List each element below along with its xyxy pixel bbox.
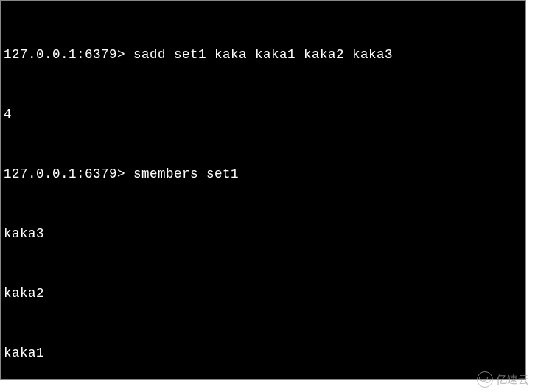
cloud-logo-icon — [477, 371, 493, 388]
terminal-window[interactable]: 127.0.0.1:6379> sadd set1 kaka kaka1 kak… — [0, 0, 526, 380]
terminal-line-output: kaka1 — [4, 343, 522, 363]
terminal-line-output: kaka2 — [4, 284, 522, 304]
watermark: 亿速云 — [477, 371, 529, 388]
watermark-text: 亿速云 — [496, 373, 529, 387]
terminal-line-output: 4 — [4, 105, 522, 125]
terminal-line-cmd: 127.0.0.1:6379> smembers set1 — [4, 164, 522, 184]
terminal-line-cmd: 127.0.0.1:6379> sadd set1 kaka kaka1 kak… — [4, 45, 522, 65]
terminal-line-output: kaka3 — [4, 224, 522, 244]
